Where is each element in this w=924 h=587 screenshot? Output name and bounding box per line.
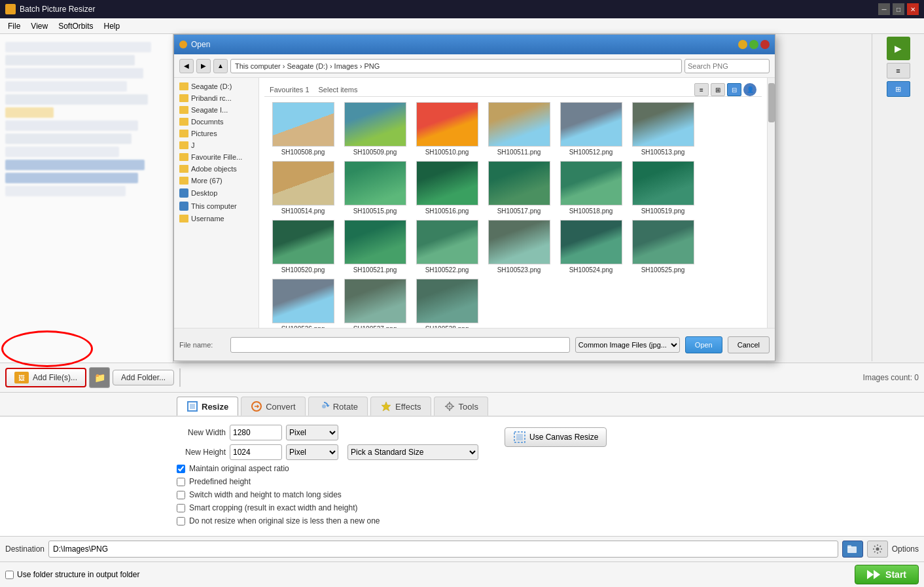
add-files-row: 🖼 Add File(s)... 📁 Add Folder... Images … [0, 363, 924, 393]
folder-structure-checkbox[interactable] [5, 571, 14, 579]
picker-close[interactable] [760, 40, 770, 49]
tab-rotate[interactable]: Rotate [308, 397, 368, 416]
menu-file[interactable]: File [3, 20, 26, 32]
right-btn-2[interactable]: ≡ [887, 63, 910, 79]
file-item-5[interactable]: SH100513.png [627, 99, 699, 158]
sidebar-item-4[interactable]: Pictures [174, 128, 258, 139]
file-label-12: SH100520.png [281, 266, 325, 274]
view-medium-button[interactable]: ⊞ [711, 83, 725, 96]
file-item-7[interactable]: SH100515.png [339, 158, 411, 217]
file-item-8[interactable]: SH100516.png [411, 158, 483, 217]
left-panel [0, 34, 173, 363]
file-item-3[interactable]: SH100511.png [483, 99, 555, 158]
file-thumb-7 [344, 161, 406, 205]
picker-sidebar: Seagate (D:) Pribandi rc... Seagate I...… [174, 78, 259, 328]
file-thumb-2 [416, 102, 478, 147]
menu-help[interactable]: Help [99, 20, 126, 32]
destination-input[interactable] [48, 541, 838, 558]
file-item-15[interactable]: SH100523.png [483, 217, 555, 276]
file-item-11[interactable]: SH100519.png [627, 158, 699, 217]
add-folder-icon-btn[interactable]: 📁 [89, 367, 110, 388]
sidebar-item-2[interactable]: Seagate I... [174, 104, 258, 116]
use-canvas-button[interactable]: Use Canvas Resize [505, 427, 607, 447]
folder-icon-0 [179, 82, 188, 90]
file-thumb-8 [416, 161, 478, 205]
sidebar-item-5[interactable]: J [174, 139, 258, 151]
maintain-aspect-checkbox[interactable] [177, 465, 185, 473]
height-unit-select[interactable]: Pixel Percent cm inch [286, 444, 338, 460]
start-button[interactable]: Start [855, 565, 919, 584]
file-item-13[interactable]: SH100521.png [339, 217, 411, 276]
predefined-height-checkbox[interactable] [177, 478, 185, 486]
tab-tools[interactable]: Tools [434, 397, 488, 416]
svg-point-14 [876, 548, 879, 551]
picker-search-input[interactable] [684, 59, 770, 73]
sidebar-item-7[interactable]: Adobe objects [174, 163, 258, 175]
browse-button[interactable] [842, 541, 863, 558]
standard-size-select[interactable]: Pick a Standard Size 800 x 600 1024 x 76… [347, 444, 478, 460]
tab-resize[interactable]: Resize [177, 397, 238, 416]
tab-convert[interactable]: Convert [241, 397, 306, 416]
close-button[interactable]: ✕ [907, 3, 919, 15]
file-item-0[interactable]: SH100508.png [267, 99, 339, 158]
right-btn-1[interactable]: ▶ [887, 37, 910, 60]
file-item-14[interactable]: SH100522.png [411, 217, 483, 276]
menu-view[interactable]: View [26, 20, 53, 32]
picker-forward-button[interactable]: ▶ [196, 59, 211, 73]
sidebar-item-11[interactable]: Username [174, 213, 258, 224]
file-item-10[interactable]: SH100518.png [555, 158, 627, 217]
height-input[interactable] [230, 444, 282, 460]
file-item-4[interactable]: SH100512.png [555, 99, 627, 158]
picker-up-button[interactable]: ▲ [213, 59, 228, 73]
sidebar-item-9[interactable]: Desktop [174, 187, 258, 200]
file-item-1[interactable]: SH100509.png [339, 99, 411, 158]
predefined-height-label: Predefined height [189, 477, 251, 486]
sidebar-item-3[interactable]: Documnts [174, 116, 258, 128]
tab-tools-label: Tools [459, 402, 478, 412]
picker-scrollbar[interactable] [767, 78, 775, 328]
maximize-button[interactable]: □ [893, 3, 904, 15]
width-input[interactable] [230, 425, 282, 440]
sidebar-item-8[interactable]: More (67) [174, 175, 258, 187]
add-files-button[interactable]: 🖼 Add File(s)... [5, 368, 86, 387]
file-label-16: SH100524.png [569, 266, 613, 274]
filetype-select[interactable]: Common Image Files (jpg... [575, 337, 680, 353]
sidebar-item-6[interactable]: Favourite Fille... [174, 151, 258, 163]
cancel-button[interactable]: Cancel [728, 336, 770, 353]
file-item-12[interactable]: SH100520.png [267, 217, 339, 276]
sidebar-item-1[interactable]: Pribandi rc... [174, 92, 258, 104]
add-folder-button[interactable]: Add Folder... [113, 370, 174, 385]
picker-minimize[interactable] [738, 40, 747, 49]
file-item-2[interactable]: SH100510.png [411, 99, 483, 158]
smart-crop-checkbox[interactable] [177, 504, 185, 512]
picker-path-bar[interactable]: This computer › Seagate (D:) › Images › … [230, 59, 682, 73]
filename-input[interactable] [230, 337, 570, 353]
menu-softorbits[interactable]: SoftOrbits [53, 20, 98, 32]
switch-sides-checkbox[interactable] [177, 491, 185, 499]
app-icon [5, 4, 16, 14]
width-unit-select[interactable]: Pixel Percent cm inch [286, 425, 338, 440]
special-icon-9 [179, 188, 188, 198]
right-btn-3[interactable]: ⊞ [887, 81, 910, 97]
picker-maximize[interactable] [749, 40, 758, 49]
folder-icon-3 [179, 118, 188, 126]
tab-effects[interactable]: Effects [370, 397, 431, 416]
view-list-button[interactable]: ≡ [694, 83, 709, 96]
file-item-9[interactable]: SH100517.png [483, 158, 555, 217]
file-item-19[interactable]: SH100527.png [339, 276, 411, 328]
no-resize-small-checkbox[interactable] [177, 517, 185, 525]
file-item-16[interactable]: SH100524.png [555, 217, 627, 276]
picker-back-button[interactable]: ◀ [179, 59, 194, 73]
minimize-button[interactable]: ─ [878, 3, 890, 15]
open-button[interactable]: Open [685, 336, 722, 353]
file-item-17[interactable]: SH100525.png [627, 217, 699, 276]
sidebar-item-10[interactable]: This computer [174, 200, 258, 213]
file-item-6[interactable]: SH100514.png [267, 158, 339, 217]
view-large-button[interactable]: ⊟ [727, 83, 741, 96]
sidebar-item-0[interactable]: Seagate (D:) [174, 80, 258, 92]
settings-button[interactable] [867, 541, 888, 558]
file-item-20[interactable]: SH100528.png [411, 276, 483, 328]
toolbar-label-2: Select items [319, 86, 358, 94]
picker-title-dot [179, 41, 187, 48]
file-item-18[interactable]: SH100526.png [267, 276, 339, 328]
